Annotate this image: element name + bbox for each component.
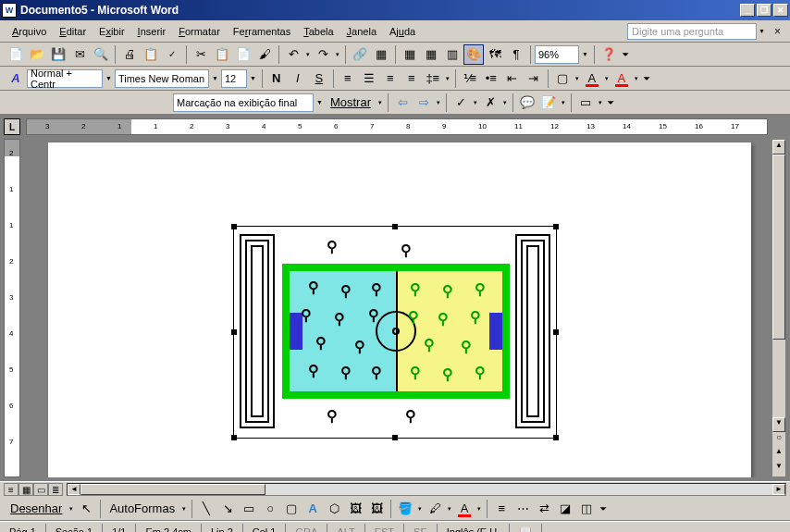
numbering-button[interactable]: ⅟≡ bbox=[460, 68, 480, 89]
normal-view-button[interactable]: ≡ bbox=[4, 483, 19, 496]
markup-view-combo[interactable]: Marcação na exibição final bbox=[173, 93, 314, 112]
format-painter-button[interactable]: 🖌 bbox=[254, 44, 275, 65]
redo-dropdown[interactable]: ▾ bbox=[334, 51, 341, 58]
menu-tabela[interactable]: Tabela bbox=[297, 24, 339, 39]
drawing-toolbar-button[interactable]: 🎨 bbox=[463, 44, 484, 65]
borders-button[interactable]: ▢ bbox=[552, 68, 573, 89]
font-dropdown[interactable]: ▼ bbox=[210, 75, 220, 81]
status-gra[interactable]: GRA bbox=[286, 524, 327, 533]
menu-formatar[interactable]: Formatar bbox=[172, 24, 227, 39]
tab-selector[interactable]: L bbox=[4, 118, 20, 135]
handle-sw[interactable] bbox=[231, 435, 237, 440]
borders-dropdown[interactable]: ▾ bbox=[574, 75, 581, 82]
dash-style-button[interactable]: ⋯ bbox=[512, 499, 533, 519]
handle-e[interactable] bbox=[553, 329, 559, 335]
horizontal-scrollbar[interactable]: ◄ ► bbox=[67, 483, 786, 496]
vertical-scrollbar[interactable]: ▲ ▼ ○ ▲ ▼ bbox=[771, 139, 786, 477]
handle-nw[interactable] bbox=[231, 224, 237, 229]
reviewing-pane-button[interactable]: ▭ bbox=[575, 93, 596, 113]
help-dropdown-arrow[interactable]: ▼ bbox=[757, 28, 767, 34]
insert-table-button[interactable]: ▦ bbox=[400, 44, 420, 65]
print-preview-button[interactable]: 📋 bbox=[141, 44, 161, 65]
undo-button[interactable]: ↶ bbox=[283, 44, 303, 65]
undo-dropdown[interactable]: ▾ bbox=[304, 51, 312, 58]
menu-ferramentas[interactable]: Ferramentas bbox=[227, 24, 297, 39]
draw-dropdown[interactable]: ▾ bbox=[68, 505, 75, 513]
textbox-button[interactable]: ▢ bbox=[281, 499, 302, 519]
menu-janela[interactable]: Janela bbox=[340, 24, 383, 39]
doc-map-button[interactable]: 🗺 bbox=[485, 44, 505, 65]
reject-change-button[interactable]: ✗ bbox=[480, 93, 500, 113]
open-button[interactable]: 📂 bbox=[27, 44, 47, 65]
menu-inserir[interactable]: Inserir bbox=[131, 24, 173, 39]
highlight-dropdown[interactable]: ▾ bbox=[603, 75, 611, 82]
menu-ajuda[interactable]: Ajuda bbox=[383, 24, 422, 39]
picture-button[interactable]: 🖼 bbox=[366, 499, 387, 519]
align-center-button[interactable]: ☰ bbox=[359, 68, 379, 89]
diagram-button[interactable]: ⬡ bbox=[324, 499, 344, 519]
line-spacing-button[interactable]: ‡≡ bbox=[423, 68, 443, 89]
tables-borders-button[interactable]: ▦ bbox=[371, 44, 391, 65]
font-color-draw-button[interactable]: A bbox=[454, 499, 475, 519]
columns-button[interactable]: ▥ bbox=[442, 44, 463, 65]
line-spacing-dropdown[interactable]: ▾ bbox=[444, 75, 451, 82]
web-view-button[interactable]: ▦ bbox=[19, 483, 33, 496]
increase-indent-button[interactable]: ⇥ bbox=[524, 68, 544, 89]
draw-menu-button[interactable]: Desenhar bbox=[6, 499, 67, 519]
accept-change-button[interactable]: ✓ bbox=[451, 93, 471, 113]
style-combo[interactable]: Normal + Centr bbox=[27, 69, 103, 88]
oval-button[interactable]: ○ bbox=[260, 499, 280, 519]
track-changes-button[interactable]: 📝 bbox=[538, 93, 559, 113]
bold-button[interactable]: N bbox=[266, 68, 287, 89]
align-left-button[interactable]: ≡ bbox=[338, 68, 358, 89]
fontsize-dropdown[interactable]: ▼ bbox=[248, 75, 258, 81]
copy-button[interactable]: 📋 bbox=[212, 44, 232, 65]
handle-n[interactable] bbox=[392, 224, 398, 229]
handle-w[interactable] bbox=[231, 329, 237, 335]
autoshapes-button[interactable]: AutoFormas bbox=[105, 499, 179, 519]
document-area[interactable]: ⚲ ⚲ ⚲ ⚲ ⚲ ⚲ ⚲ ⚲ bbox=[26, 135, 768, 477]
arrow-button[interactable]: ↘ bbox=[217, 499, 238, 519]
status-alt[interactable]: ALT bbox=[327, 524, 364, 533]
handle-s[interactable] bbox=[392, 435, 398, 440]
autoshapes-dropdown[interactable]: ▾ bbox=[180, 505, 188, 513]
status-est[interactable]: EST bbox=[365, 524, 404, 533]
vertical-ruler[interactable]: 211234567 bbox=[4, 139, 20, 477]
print-view-button[interactable]: ▭ bbox=[33, 483, 48, 496]
menu-editar[interactable]: Editar bbox=[53, 24, 93, 39]
close-button[interactable]: ✕ bbox=[773, 4, 788, 17]
minimize-button[interactable]: _ bbox=[740, 4, 755, 17]
menu-exibir[interactable]: Exibir bbox=[93, 24, 131, 39]
show-markup-button[interactable]: Mostrar bbox=[326, 93, 376, 113]
soccer-field-drawing[interactable]: ⚲ ⚲ ⚲ ⚲ ⚲ ⚲ ⚲ ⚲ bbox=[233, 226, 557, 439]
font-color-dropdown[interactable]: ▾ bbox=[633, 75, 640, 82]
hyperlink-button[interactable]: 🔗 bbox=[350, 44, 370, 65]
select-objects-button[interactable]: ↖ bbox=[76, 499, 96, 519]
cut-button[interactable]: ✂ bbox=[191, 44, 211, 65]
3d-button[interactable]: ◫ bbox=[576, 499, 597, 519]
excel-button[interactable]: ▦ bbox=[421, 44, 441, 65]
style-dropdown[interactable]: ▼ bbox=[104, 75, 114, 81]
align-right-button[interactable]: ≡ bbox=[380, 68, 401, 89]
arrow-style-button[interactable]: ⇄ bbox=[534, 499, 554, 519]
status-se[interactable]: SE bbox=[404, 524, 438, 533]
rectangle-button[interactable]: ▭ bbox=[239, 499, 259, 519]
fontsize-combo[interactable]: 12 bbox=[221, 69, 247, 88]
handle-se[interactable] bbox=[553, 435, 559, 440]
outline-view-button[interactable]: ≣ bbox=[48, 483, 63, 496]
fill-color-button[interactable]: 🪣 bbox=[395, 499, 415, 519]
clipart-button[interactable]: 🖼 bbox=[345, 499, 365, 519]
show-markup-dropdown[interactable]: ▾ bbox=[376, 99, 384, 106]
status-spell-icon[interactable]: 📖 bbox=[510, 524, 542, 533]
font-color-button[interactable]: A bbox=[611, 68, 632, 89]
show-hide-button[interactable]: ¶ bbox=[506, 44, 526, 65]
line-button[interactable]: ╲ bbox=[196, 499, 216, 519]
redo-button[interactable]: ↷ bbox=[313, 44, 333, 65]
line-color-button[interactable]: 🖊 bbox=[425, 499, 445, 519]
horizontal-ruler[interactable]: 3211234567891011121314151617 bbox=[26, 118, 768, 135]
zoom-combo[interactable]: 96% bbox=[535, 45, 579, 64]
paste-button[interactable]: 📄 bbox=[233, 44, 253, 65]
email-button[interactable]: ✉ bbox=[69, 44, 90, 65]
styles-pane-button[interactable]: A bbox=[6, 68, 26, 89]
status-lang[interactable]: Inglês (E.U. bbox=[438, 524, 510, 533]
